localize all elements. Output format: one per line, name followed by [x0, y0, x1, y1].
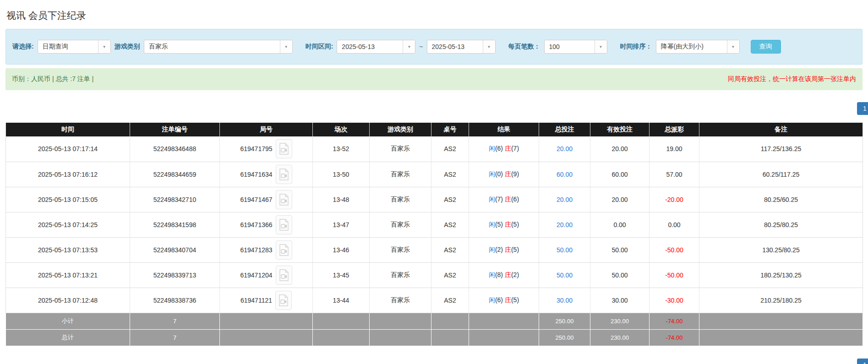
cell-note: 180.25/130.25 — [699, 262, 863, 288]
cell-result: 闲(7) 庄(6) — [469, 187, 539, 212]
valid-bet-notice: 同局有效投注，统一计算在该局第一张注单内 — [728, 75, 856, 83]
video-record-icon[interactable] — [276, 240, 292, 260]
search-button[interactable]: 查询 — [751, 40, 781, 54]
cell-round-no: 619471204 — [220, 262, 313, 288]
cell-total-bet: 50.00 — [539, 237, 590, 262]
cell-result: 闲(2) 庄(5) — [469, 237, 539, 262]
cell-game-type: 百家乐 — [370, 237, 431, 262]
table-row: 2025-05-13 07:12:48522498338736619471121… — [6, 288, 863, 313]
video-record-icon[interactable] — [276, 165, 292, 184]
cell-time: 2025-05-13 07:17:14 — [6, 136, 130, 162]
video-record-icon[interactable] — [275, 291, 292, 310]
round-no-text: 619471634 — [240, 171, 272, 178]
page-size-label: 每页笔数： — [508, 43, 540, 51]
date-to-picker[interactable]: 2025-05-13 ▼ — [427, 40, 496, 54]
cell-bet-no: 522498341598 — [130, 212, 220, 237]
column-header-bet-no: 注单编号 — [130, 123, 220, 136]
total-bet-link[interactable]: 30.00 — [557, 297, 573, 304]
round-no-text: 619471283 — [240, 246, 272, 254]
cell-table-no: AS2 — [431, 212, 469, 237]
video-record-icon[interactable] — [276, 139, 292, 158]
cell-game-type: 百家乐 — [370, 162, 431, 187]
result-banker-points: (9) — [511, 170, 519, 178]
chevron-down-icon: ▼ — [98, 40, 110, 53]
result-player-points: (8) — [495, 271, 503, 278]
total-bet-link[interactable]: 60.00 — [557, 171, 573, 178]
video-record-icon[interactable] — [276, 215, 292, 234]
result-banker-label: 庄 — [505, 296, 511, 304]
total-bet-link[interactable]: 20.00 — [557, 145, 573, 152]
result-banker-points: (7) — [511, 145, 519, 152]
result-banker-points: (5) — [511, 221, 519, 228]
cell-time: 2025-05-13 07:12:48 — [6, 288, 130, 313]
page-size-value: 100 — [545, 40, 595, 53]
game-type-select[interactable]: 百家乐 ▼ — [144, 40, 293, 54]
total-bet-link[interactable]: 20.00 — [557, 221, 573, 228]
table-body: 2025-05-13 07:17:14522498346488619471795… — [6, 136, 863, 313]
cell-payout: -30.00 — [650, 288, 699, 313]
cell-note: 60.25/117.25 — [699, 162, 863, 187]
cell-game-type: 百家乐 — [370, 288, 431, 313]
result-player-points: (7) — [495, 196, 503, 203]
cell-session: 13-45 — [313, 262, 370, 288]
result-player-label: 闲 — [489, 170, 495, 178]
video-file-glyph — [279, 244, 289, 256]
column-header-result: 结果 — [469, 123, 539, 136]
cell-round-no: 619471283 — [220, 237, 313, 262]
grandtotal-row-valid-bet: 230.00 — [590, 329, 650, 346]
time-order-label: 时间排序： — [620, 43, 652, 51]
subtotal-row-payout: -74.00 — [650, 313, 699, 329]
column-header-round-no: 局号 — [220, 123, 313, 136]
cell-round-no: 619471467 — [220, 187, 313, 212]
grandtotal-row-payout: -74.00 — [650, 329, 699, 346]
column-header-game-type: 游戏类别 — [370, 123, 431, 136]
total-bet-link[interactable]: 20.00 — [557, 196, 573, 203]
total-bet-link[interactable]: 50.00 — [557, 246, 573, 254]
video-record-icon[interactable] — [276, 266, 292, 285]
chevron-down-icon: ▼ — [483, 40, 495, 53]
cell-game-type: 百家乐 — [370, 212, 431, 237]
total-bet-link[interactable]: 50.00 — [557, 272, 573, 279]
video-record-icon[interactable] — [276, 190, 292, 209]
date-from-value: 2025-05-13 — [337, 40, 403, 53]
result-player-label: 闲 — [489, 271, 495, 278]
table-row: 2025-05-13 07:13:21522498339713619471204… — [6, 262, 863, 288]
cell-session: 13-44 — [313, 288, 370, 313]
bets-table: 时间注单编号局号场次游戏类别桌号结果总投注有效投注总派彩备注 2025-05-1… — [5, 123, 863, 346]
cell-session: 13-50 — [313, 162, 370, 187]
date-from-picker[interactable]: 2025-05-13 ▼ — [337, 40, 415, 54]
grandtotal-row: 总计7250.00230.00-74.00 — [6, 329, 863, 346]
pagination-bottom: 1 — [5, 359, 863, 364]
subtotal-row-valid-bet: 230.00 — [590, 313, 650, 329]
table-row: 2025-05-13 07:14:25522498341598619471366… — [6, 212, 863, 237]
table-row: 2025-05-13 07:16:12522498344659619471634… — [6, 162, 863, 187]
cell-payout: -50.00 — [650, 237, 699, 262]
time-order-select[interactable]: 降幂(由大到小) ▼ — [656, 40, 740, 54]
cell-valid-bet: 50.00 — [590, 262, 650, 288]
subtotal-row: 小计7250.00230.00-74.00 — [6, 313, 863, 329]
game-type-label: 游戏类别 — [115, 43, 140, 51]
chevron-down-icon: ▼ — [727, 40, 739, 53]
game-type-value: 百家乐 — [144, 40, 280, 53]
cell-table-no: AS2 — [431, 136, 469, 162]
payout-value: -50.00 — [665, 246, 683, 254]
cell-table-no: AS2 — [431, 262, 469, 288]
cell-result: 闲(6) 庄(5) — [469, 288, 539, 313]
cell-valid-bet: 20.00 — [590, 187, 650, 212]
summary-bar: 币别：人民币 | 总共 :7 注单 | 同局有效投注，统一计算在该局第一张注单内 — [5, 68, 863, 90]
payout-value: -20.00 — [665, 196, 683, 203]
page-1-button[interactable]: 1 — [857, 359, 868, 364]
query-type-select[interactable]: 日期查询 ▼ — [38, 40, 111, 54]
cell-time: 2025-05-13 07:14:25 — [6, 212, 130, 237]
cell-result: 闲(8) 庄(2) — [469, 262, 539, 288]
cell-session: 13-46 — [313, 237, 370, 262]
result-banker-label: 庄 — [505, 196, 511, 203]
result-banker-label: 庄 — [505, 221, 511, 228]
cell-payout: -50.00 — [650, 262, 699, 288]
table-row: 2025-05-13 07:15:05522498342710619471467… — [6, 187, 863, 212]
filter-bar: 请选择: 日期查询 ▼ 游戏类别 百家乐 ▼ 时间区间: 2025-05-13 … — [5, 29, 863, 65]
video-file-glyph — [279, 294, 288, 306]
page-1-button[interactable]: 1 — [857, 102, 868, 115]
page-size-select[interactable]: 100 ▼ — [544, 40, 607, 54]
page: 视讯 会员下注纪录 请选择: 日期查询 ▼ 游戏类别 百家乐 ▼ 时间区间: 2… — [5, 9, 863, 364]
